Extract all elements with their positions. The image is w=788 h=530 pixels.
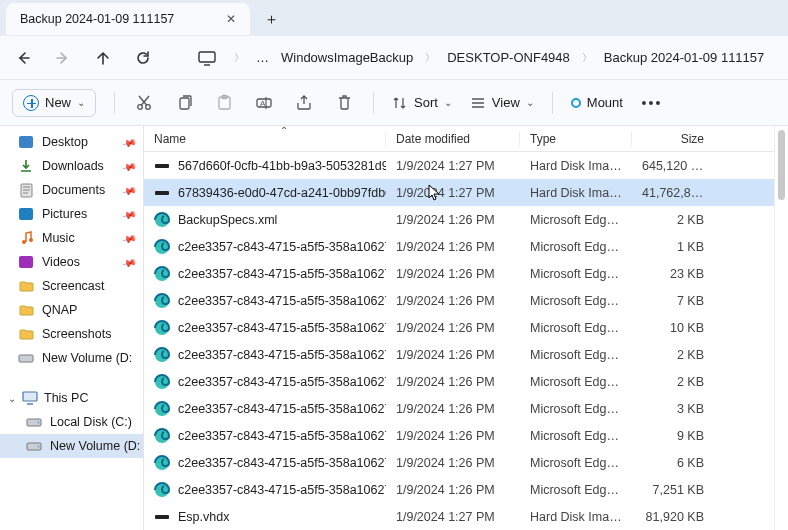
nav-back-button[interactable] — [10, 45, 36, 71]
share-icon[interactable] — [293, 92, 315, 114]
file-type: Microsoft Edge HTM… — [520, 213, 632, 227]
edge-html-icon — [154, 239, 170, 255]
delete-icon[interactable] — [333, 92, 355, 114]
sidebar-item-desktop[interactable]: Desktop📌 — [0, 130, 143, 154]
breadcrumb-ellipsis[interactable]: … — [256, 50, 269, 65]
sidebar-item-videos[interactable]: Videos📌 — [0, 250, 143, 274]
file-row[interactable]: c2ee3357-c843-4715-a5f5-358a106278f2_Add… — [144, 233, 774, 260]
file-date: 1/9/2024 1:26 PM — [386, 402, 520, 416]
new-button-label: New — [45, 95, 71, 110]
file-size: 10 KB — [632, 321, 714, 335]
file-date: 1/9/2024 1:27 PM — [386, 186, 520, 200]
sidebar-item-label: Screenshots — [42, 327, 111, 341]
file-type: Microsoft Edge HTM… — [520, 375, 632, 389]
tab-current[interactable]: Backup 2024-01-09 111157 ✕ — [6, 3, 250, 35]
svg-point-2 — [146, 104, 151, 109]
file-row[interactable]: c2ee3357-c843-4715-a5f5-358a106278f2_Wri… — [144, 476, 774, 503]
chevron-right-icon: 〉 — [582, 51, 592, 65]
sidebar-item-new-volume-d-[interactable]: New Volume (D: — [0, 346, 143, 370]
file-row[interactable]: c2ee3357-c843-4715-a5f5-358a106278f2_Wri… — [144, 395, 774, 422]
drive-icon — [26, 438, 42, 454]
pin-icon: 📌 — [121, 158, 137, 174]
file-row[interactable]: c2ee3357-c843-4715-a5f5-358a106278f2_Com… — [144, 260, 774, 287]
nav-refresh-button[interactable] — [130, 45, 156, 71]
col-type[interactable]: Type — [520, 132, 632, 146]
file-name: c2ee3357-c843-4715-a5f5-358a106278f2_Wri… — [178, 321, 386, 335]
sidebar-item-label: Pictures — [42, 207, 87, 221]
rename-icon[interactable]: A — [253, 92, 275, 114]
breadcrumb-item-2[interactable]: DESKTOP-ONF4948 — [447, 50, 570, 65]
scrollbar-thumb[interactable] — [778, 130, 785, 200]
view-button[interactable]: View ⌄ — [470, 95, 534, 111]
sidebar-item-qnap[interactable]: QNAP — [0, 298, 143, 322]
col-date-label: Date modified — [396, 132, 470, 146]
file-row[interactable]: c2ee3357-c843-4715-a5f5-358a106278f2_Wri… — [144, 449, 774, 476]
sidebar-item-documents[interactable]: Documents📌 — [0, 178, 143, 202]
file-size: 7 KB — [632, 294, 714, 308]
file-name: c2ee3357-c843-4715-a5f5-358a106278f2_Add… — [178, 240, 386, 254]
paste-icon[interactable] — [213, 92, 235, 114]
file-name: c2ee3357-c843-4715-a5f5-358a106278f2_Wri… — [178, 375, 386, 389]
new-button[interactable]: New ⌄ — [12, 89, 96, 117]
col-size-label: Size — [681, 132, 704, 146]
breadcrumb-item-3[interactable]: Backup 2024-01-09 111157 — [604, 50, 764, 65]
sidebar-new-volume[interactable]: New Volume (D: — [0, 434, 143, 458]
col-size[interactable]: Size — [632, 132, 714, 146]
file-size: 6 KB — [632, 456, 714, 470]
file-type: Hard Disk Image File — [520, 510, 632, 524]
copy-icon[interactable] — [173, 92, 195, 114]
sidebar-item-screencast[interactable]: Screencast — [0, 274, 143, 298]
edge-html-icon — [154, 401, 170, 417]
file-row[interactable]: BackupSpecs.xml1/9/2024 1:26 PMMicrosoft… — [144, 206, 774, 233]
file-size: 1 KB — [632, 240, 714, 254]
sidebar-this-pc[interactable]: ⌄ This PC — [0, 386, 143, 410]
more-icon[interactable]: ••• — [641, 92, 663, 114]
sidebar-item-label: Screencast — [42, 279, 105, 293]
file-type: Microsoft Edge HTM… — [520, 348, 632, 362]
pc-icon — [22, 390, 38, 406]
nav-forward-button[interactable] — [50, 45, 76, 71]
tab-title: Backup 2024-01-09 111157 — [20, 12, 174, 26]
file-size: 7,251 KB — [632, 483, 714, 497]
col-name[interactable]: Name — [144, 132, 386, 146]
sidebar-item-downloads[interactable]: Downloads📌 — [0, 154, 143, 178]
sidebar-local-disk[interactable]: Local Disk (C:) — [0, 410, 143, 434]
file-name: BackupSpecs.xml — [178, 213, 277, 227]
tab-close-icon[interactable]: ✕ — [222, 10, 240, 28]
nav-up-button[interactable] — [90, 45, 116, 71]
cut-icon[interactable] — [133, 92, 155, 114]
monitor-icon[interactable] — [194, 45, 220, 71]
file-row[interactable]: c2ee3357-c843-4715-a5f5-358a106278f2_Wri… — [144, 314, 774, 341]
file-row[interactable]: c2ee3357-c843-4715-a5f5-358a106278f2_Wri… — [144, 422, 774, 449]
sidebar-item-music[interactable]: Music📌 — [0, 226, 143, 250]
edge-html-icon — [154, 428, 170, 444]
file-row[interactable]: c2ee3357-c843-4715-a5f5-358a106278f2_Wri… — [144, 368, 774, 395]
file-row[interactable]: 67839436-e0d0-47cd-a241-0bb97fdb6647.vhd… — [144, 179, 774, 206]
file-row[interactable]: Esp.vhdx1/9/2024 1:27 PMHard Disk Image … — [144, 503, 774, 530]
documents-icon — [18, 182, 34, 198]
file-type: Microsoft Edge HTM… — [520, 429, 632, 443]
sidebar-item-pictures[interactable]: Pictures📌 — [0, 202, 143, 226]
vertical-scrollbar[interactable] — [774, 126, 788, 530]
file-row[interactable]: c2ee3357-c843-4715-a5f5-358a106278f2_Reg… — [144, 287, 774, 314]
sidebar-local-disk-label: Local Disk (C:) — [50, 415, 132, 429]
breadcrumb-item-1[interactable]: WindowsImageBackup — [281, 50, 413, 65]
toolbar-separator — [114, 92, 115, 114]
col-date[interactable]: Date modified — [386, 132, 520, 146]
file-row[interactable]: 567d660f-0cfb-41bb-b9a3-5053281d93da.vhd… — [144, 152, 774, 179]
file-row[interactable]: c2ee3357-c843-4715-a5f5-358a106278f2_Wri… — [144, 341, 774, 368]
new-tab-button[interactable]: ＋ — [258, 6, 285, 33]
svg-point-1 — [138, 104, 143, 109]
svg-point-16 — [38, 446, 40, 448]
sort-button[interactable]: Sort ⌄ — [392, 95, 452, 111]
edge-html-icon — [154, 374, 170, 390]
file-date: 1/9/2024 1:27 PM — [386, 510, 520, 524]
mount-button[interactable]: Mount — [571, 95, 623, 110]
chevron-right-icon: 〉 — [425, 51, 435, 65]
sidebar-item-screenshots[interactable]: Screenshots — [0, 322, 143, 346]
plus-circle-icon — [23, 95, 39, 111]
sidebar-item-label: Documents — [42, 183, 105, 197]
svg-rect-0 — [199, 52, 215, 62]
file-type: Hard Disk Image File — [520, 186, 632, 200]
file-name: c2ee3357-c843-4715-a5f5-358a106278f2_Reg… — [178, 294, 386, 308]
